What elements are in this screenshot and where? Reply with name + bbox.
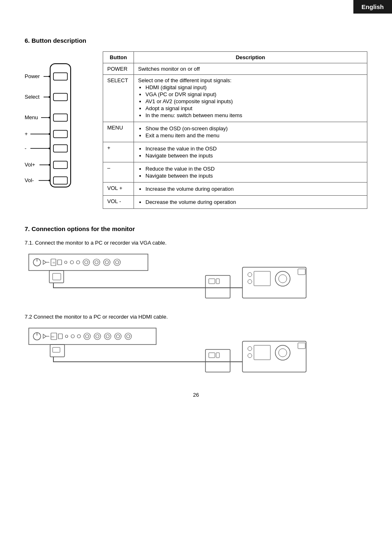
svg-text:Menu: Menu xyxy=(25,114,38,120)
svg-point-43 xyxy=(95,261,98,264)
section6-content: Power Select Menu + - Vol+ xyxy=(25,51,367,209)
language-badge: English xyxy=(353,0,392,14)
svg-rect-95 xyxy=(254,345,270,360)
bullet-item: Adopt a signal input xyxy=(145,105,363,111)
svg-text:-: - xyxy=(25,145,26,151)
svg-point-77 xyxy=(96,335,99,338)
svg-rect-24 xyxy=(53,114,67,121)
svg-point-71 xyxy=(65,335,68,338)
svg-point-81 xyxy=(116,335,120,338)
description-cell: Increase the value in the OSDNavigate be… xyxy=(134,142,367,162)
description-cell: Show the OSD (on-screen display)Exit a m… xyxy=(134,122,367,142)
svg-rect-36 xyxy=(58,260,62,265)
svg-text:+: + xyxy=(25,131,28,137)
svg-point-73 xyxy=(77,335,81,338)
section6-heading: 6. Button description xyxy=(25,37,367,44)
bullet-list: Decrease the volume during operation xyxy=(138,199,363,205)
svg-marker-32 xyxy=(43,260,46,264)
svg-rect-85 xyxy=(53,347,60,352)
table-row: MENUShow the OSD (on-screen display)Exit… xyxy=(103,122,367,142)
section7-heading: 7. Connection options for the monitor xyxy=(25,225,367,232)
button-diagram: Power Select Menu + - Vol+ xyxy=(25,51,95,197)
bullet-item: Increase the value in the OSD xyxy=(145,146,363,152)
subsection-7-1: 7.1. Connect the monitor to a PC or reco… xyxy=(25,240,367,301)
svg-point-60 xyxy=(275,271,290,286)
svg-point-72 xyxy=(71,335,74,338)
button-cell: MENU xyxy=(103,122,134,142)
svg-point-47 xyxy=(115,261,119,264)
table-row: SELECTSelect one of the different input … xyxy=(103,75,367,122)
table-row: POWERSwitches monitor on or off xyxy=(103,63,367,75)
bullet-item: VGA (PC or DVR signal input) xyxy=(145,91,363,97)
svg-point-97 xyxy=(279,349,287,357)
svg-point-93 xyxy=(248,347,252,351)
svg-point-75 xyxy=(85,335,89,338)
svg-text:Vol+: Vol+ xyxy=(25,162,35,168)
svg-rect-89 xyxy=(216,353,219,358)
svg-text:IIII: IIII xyxy=(53,261,55,264)
svg-point-58 xyxy=(248,280,252,284)
vga-diagram-wrapper: IIII xyxy=(25,251,367,301)
svg-point-80 xyxy=(115,333,121,340)
button-cell: VOL + xyxy=(103,183,134,196)
col-description: Description xyxy=(134,52,367,63)
svg-point-83 xyxy=(127,335,130,338)
description-cell: Reduce the value in the OSDNavigate betw… xyxy=(134,162,367,183)
svg-rect-55 xyxy=(242,267,306,298)
hdmi-diagram-wrapper: IIIII xyxy=(25,325,367,375)
svg-text:Select: Select xyxy=(25,94,40,100)
table-row: VOL +Increase the volume during operatio… xyxy=(103,183,367,196)
table-row: VOL -Decrease the volume during operatio… xyxy=(103,196,367,209)
section-7: 7. Connection options for the monitor 7.… xyxy=(25,225,367,375)
svg-point-96 xyxy=(275,345,290,360)
svg-point-46 xyxy=(114,259,120,266)
svg-text:IIIII: IIIII xyxy=(51,335,54,338)
col-button: Button xyxy=(103,52,134,63)
description-cell: Increase the volume during operation xyxy=(134,183,367,196)
svg-rect-23 xyxy=(53,93,67,101)
svg-point-42 xyxy=(93,259,100,266)
svg-rect-92 xyxy=(298,343,305,349)
description-cell: Switches monitor on or off xyxy=(134,63,367,75)
svg-rect-26 xyxy=(53,145,67,152)
svg-rect-53 xyxy=(216,279,219,284)
bullet-item: Navigate between the inputs xyxy=(145,153,363,159)
button-cell: + xyxy=(103,142,134,162)
table-row: –Reduce the value in the OSDNavigate bet… xyxy=(103,162,367,183)
svg-point-76 xyxy=(94,333,101,340)
svg-point-82 xyxy=(125,333,131,340)
bullet-item: Decrease the volume during operation xyxy=(145,199,363,205)
svg-rect-59 xyxy=(254,271,270,286)
description-text: Select one of the different input signal… xyxy=(138,77,363,83)
svg-point-40 xyxy=(83,259,90,266)
section-6: 6. Button description Power Select Menu … xyxy=(25,37,367,209)
button-cell: SELECT xyxy=(103,75,134,122)
svg-rect-25 xyxy=(53,130,67,138)
table-row: +Increase the value in the OSDNavigate b… xyxy=(103,142,367,162)
description-cell: Decrease the volume during operation xyxy=(134,196,367,209)
device-diagram-svg: Power Select Menu + - Vol+ xyxy=(25,56,99,195)
button-cell: – xyxy=(103,162,134,183)
bullet-item: Increase the volume during operation xyxy=(145,186,363,192)
svg-point-45 xyxy=(105,261,108,264)
hdmi-connection-svg: IIIII xyxy=(25,325,312,374)
bullet-item: HDMI (digital signal input) xyxy=(145,84,363,90)
svg-rect-27 xyxy=(53,161,67,169)
vga-connection-svg: IIII xyxy=(25,251,312,300)
svg-rect-22 xyxy=(53,73,67,80)
subsection-7-2-text: 7.2 Connect the monitor to a PC or recor… xyxy=(25,314,367,320)
svg-point-37 xyxy=(65,261,67,264)
svg-rect-56 xyxy=(298,269,305,275)
svg-text:Vol-: Vol- xyxy=(25,177,34,183)
svg-marker-66 xyxy=(43,334,46,338)
bullet-list: Increase the volume during operation xyxy=(138,186,363,192)
button-cell: POWER xyxy=(103,63,134,75)
bullet-list: Reduce the value in the OSDNavigate betw… xyxy=(138,166,363,179)
svg-point-78 xyxy=(104,333,111,340)
svg-rect-48 xyxy=(49,271,64,283)
bullet-item: In the menu: switch between menu items xyxy=(145,112,363,118)
svg-point-41 xyxy=(85,261,88,264)
svg-text:Power: Power xyxy=(25,73,40,79)
svg-point-79 xyxy=(106,335,109,338)
svg-point-74 xyxy=(84,333,90,340)
